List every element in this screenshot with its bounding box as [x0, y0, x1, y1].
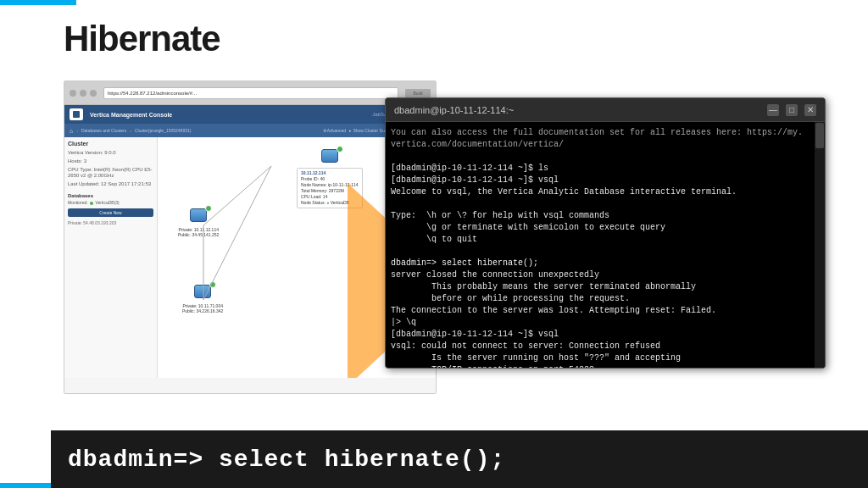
- db-status-dot: [90, 202, 93, 205]
- terminal-maximize-button[interactable]: □: [786, 104, 798, 116]
- terminal-line-4: [dbadmin@ip-10-11-12-114 ~]$ ls: [391, 163, 810, 175]
- terminal-line-20: Is the server running on host "???" and …: [391, 352, 810, 364]
- terminal-line-11: [391, 246, 810, 258]
- hosts-count: Hosts: 3: [68, 158, 153, 165]
- browser-chrome: https://54.228.87.212/adminconsole/#... …: [64, 81, 436, 105]
- browser-dot-1: [70, 90, 76, 97]
- node-1-status: [337, 146, 343, 152]
- terminal-line-17: |> \q: [391, 317, 810, 329]
- build-indicator: Build: [405, 89, 431, 97]
- vmc-sidebar: Cluster Vertica Version: 9.0.0 Hosts: 3 …: [64, 137, 158, 378]
- command-bar: dbadmin=> select hibernate();: [51, 430, 868, 488]
- browser-screenshot: https://54.228.87.212/adminconsole/#... …: [64, 80, 437, 394]
- terminal-titlebar: dbadmin@ip-10-11-12-114:~ — □ ✕: [386, 98, 825, 122]
- terminal-line-12: dbadmin=> select hibernate();: [391, 258, 810, 269]
- page-title: Hibernate: [64, 19, 220, 59]
- terminal-line-1: You can also access the full documentati…: [391, 127, 810, 139]
- terminal-line-2: vertica.com/documentation/vertica/: [391, 139, 810, 151]
- monitored-label: Monitored:: [68, 200, 88, 205]
- vmc-content: Cluster Vertica Version: 9.0.0 Hosts: 3 …: [64, 137, 436, 378]
- terminal-line-21: TCP/IP connections on port 5433?: [391, 364, 810, 368]
- create-new-button[interactable]: Create New: [68, 208, 153, 217]
- nav-advanced[interactable]: ⚙ Advanced: [323, 128, 346, 133]
- terminal-line-10: \q to quit: [391, 234, 810, 246]
- cpu-type: CPU Type: Intel(R) Xeon(R) CPU E5-2650 v…: [68, 167, 153, 180]
- terminal-line-9: \g or terminate with semicolon to execut…: [391, 222, 810, 234]
- nav-cluster[interactable]: Cluster(prangle_1505248931): [135, 128, 191, 133]
- home-icon[interactable]: ⌂: [70, 128, 73, 134]
- last-updated: Last Updated: 12 Sep 2017 17:21:53: [68, 181, 153, 188]
- node-3-icon: [192, 285, 213, 302]
- terminal-minimize-button[interactable]: —: [767, 104, 779, 116]
- browser-dot-2: [80, 90, 86, 97]
- scrollbar-thumb: [815, 123, 824, 148]
- terminal-line-8: Type: \h or \? for help with vsql comman…: [391, 210, 810, 222]
- top-accent-bar: [0, 0, 76, 5]
- vmc-header: Vertica Management Console JattSAdmin Lo…: [64, 105, 436, 124]
- databases-label: Databases: [68, 193, 153, 198]
- terminal-scrollbar[interactable]: [815, 122, 825, 368]
- terminal-line-6: Welcome to vsql, the Vertica Analytic Da…: [391, 186, 810, 198]
- terminal-window[interactable]: dbadmin@ip-10-11-12-114:~ — □ ✕ You can …: [385, 97, 826, 369]
- vmc-title: Vertica Management Console: [90, 112, 172, 118]
- terminal-line-18: [dbadmin@ip-10-11-12-114 ~]$ vsql: [391, 329, 810, 341]
- node-2: Private: 10.11.12.114Public: 34.45.141.2…: [178, 208, 219, 237]
- nav-databases[interactable]: Databases and Clusters: [81, 128, 126, 133]
- cluster-label: Cluster: [68, 141, 153, 147]
- node-3-status: [209, 281, 216, 288]
- terminal-body: You can also access the full documentati…: [386, 122, 825, 368]
- browser-addressbar[interactable]: https://54.228.87.212/adminconsole/#...: [103, 87, 398, 99]
- terminal-line-19: vsql: could not connect to server: Conne…: [391, 341, 810, 352]
- bottom-accent-bar: [0, 483, 51, 488]
- browser-body: Vertica Management Console JattSAdmin Lo…: [64, 105, 436, 393]
- node-2-icon: [188, 208, 209, 225]
- terminal-line-5: [dbadmin@ip-10-11-12-114 ~]$ vsql: [391, 175, 810, 186]
- terminal-close-button[interactable]: ✕: [804, 104, 816, 116]
- terminal-line-7: [391, 198, 810, 210]
- terminal-title: dbadmin@ip-10-11-12-114:~: [394, 105, 760, 115]
- terminal-line-13: server closed the connection unexpectedl…: [391, 269, 810, 281]
- terminal-line-3: [391, 151, 810, 163]
- command-display: dbadmin=> select hibernate();: [68, 446, 505, 473]
- vmc-logo-icon: [70, 108, 83, 120]
- databases-section: Databases Monitored: VerticaDB(3) Create…: [68, 193, 153, 225]
- node-3-label: Private: 10.11.71.004Public: 34.226.16.3…: [182, 303, 223, 313]
- terminal-line-15: before or while processing the request.: [391, 293, 810, 305]
- db-name: VerticaDB(3): [95, 200, 119, 205]
- breadcrumb-separator-1: ›: [76, 128, 78, 133]
- content-area: https://54.228.87.212/adminconsole/#... …: [64, 80, 826, 441]
- node-3: Private: 10.11.71.004Public: 34.226.16.3…: [182, 285, 223, 313]
- node-1-icon: [320, 149, 340, 166]
- browser-dot-3: [90, 90, 97, 97]
- node-2-label: Private: 10.11.12.114Public: 34.45.141.2…: [178, 227, 219, 237]
- server-ip: Private: 54.48.03.193.203: [68, 220, 153, 225]
- vertica-version: Vertica Version: 9.0.0: [68, 150, 153, 157]
- terminal-line-14: This probably means the server terminate…: [391, 281, 810, 293]
- terminal-line-16: The connection to the server was lost. A…: [391, 305, 810, 317]
- node-2-status: [205, 205, 212, 212]
- vmc-nav: ⌂ › Databases and Clusters › Cluster(pra…: [64, 124, 436, 137]
